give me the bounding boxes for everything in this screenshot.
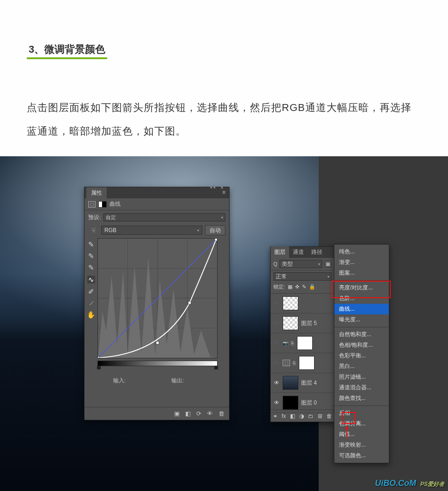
layer-name: 图层 0	[301, 399, 317, 407]
visibility-eye-icon[interactable]: 👁	[207, 410, 213, 417]
menu-item[interactable]: 渐变映射...	[334, 440, 389, 450]
layer-row[interactable]: 👁 图层 5	[271, 313, 334, 333]
menu-item[interactable]: 通道混合器...	[334, 382, 389, 393]
chevron-down-icon: ▾	[327, 275, 329, 279]
layer-row[interactable]: 👁	[271, 294, 334, 313]
trash-icon[interactable]: 🗑	[218, 410, 224, 417]
curves-graph[interactable]	[97, 238, 218, 358]
preset-value: 自定	[106, 214, 116, 221]
link-icon: ⎘	[291, 340, 294, 346]
curve-point-tool-icon[interactable]: ∿	[87, 276, 95, 283]
tab-properties[interactable]: 属性	[86, 187, 107, 199]
preset-label: 预设:	[88, 214, 101, 221]
menu-item[interactable]: 反相	[334, 408, 389, 418]
menu-item[interactable]: 色相/饱和度...	[334, 340, 389, 350]
lock-brush-icon[interactable]: ✎	[302, 284, 306, 290]
tutorial-screenshot: ◂◂ × 属性 ≡ ⬚ 曲线 预设: 自定 ▾ ☟ RGB ▾ 自动	[0, 156, 448, 491]
layer-row[interactable]: 👁 ⬚ ⎘	[271, 353, 334, 373]
new-group-icon[interactable]: 🗀	[308, 413, 314, 419]
white-point-slider[interactable]	[214, 366, 218, 369]
output-label: 输出:	[171, 377, 184, 384]
new-adjustment-layer-icon[interactable]: ◑	[299, 413, 304, 419]
layer-filter-select[interactable]: 类型 ▾	[279, 260, 322, 268]
menu-item[interactable]: 色阶...	[334, 293, 389, 304]
clip-to-layer-icon[interactable]: ▣	[174, 410, 180, 417]
visibility-eye-icon[interactable]: 👁	[273, 399, 280, 406]
layer-thumb	[283, 296, 298, 310]
tab-channels[interactable]: 通道	[289, 246, 308, 258]
add-mask-icon[interactable]: ◧	[290, 413, 295, 419]
channel-select[interactable]: RGB ▾	[101, 226, 202, 235]
menu-item[interactable]: 渐变...	[334, 257, 389, 268]
mask-thumb	[297, 336, 313, 350]
menu-item[interactable]: 可选颜色...	[334, 450, 389, 461]
watermark-main: UiBO.CoM	[375, 479, 416, 488]
menu-item-curves[interactable]: 曲线...	[334, 304, 389, 314]
channel-value: RGB	[104, 227, 116, 233]
auto-button[interactable]: 自动	[205, 225, 225, 235]
panel-menu-icon[interactable]: ≡	[222, 189, 225, 196]
visibility-eye-icon[interactable]: 👁	[273, 340, 280, 346]
layer-thumb	[283, 396, 298, 410]
menu-item[interactable]: 颜色查找...	[334, 393, 389, 404]
reset-icon[interactable]: ⟳	[196, 410, 201, 417]
menu-item[interactable]: 阈值...	[334, 429, 389, 440]
menu-item[interactable]: 照片滤镜...	[334, 372, 389, 382]
tab-paths[interactable]: 路径	[308, 246, 326, 258]
filter-pixel-icon[interactable]: ▩	[324, 260, 332, 268]
watermark: UiBO.CoM PS爱好者	[375, 479, 444, 488]
visibility-eye-icon[interactable]: 👁	[273, 380, 280, 386]
tab-layers[interactable]: 图层	[271, 246, 289, 258]
chevron-down-icon: ▾	[221, 215, 223, 220]
menu-item[interactable]: 曝光度...	[334, 314, 389, 325]
annotation-arrow	[346, 425, 347, 438]
lock-position-icon[interactable]: ✜	[295, 284, 299, 290]
filter-type-label: 类型	[282, 260, 293, 268]
targeted-adjust-icon[interactable]: ☟	[88, 226, 98, 235]
preset-select[interactable]: 自定 ▾	[103, 213, 225, 221]
layer-row[interactable]: 👁 📷 ⎘	[271, 333, 334, 353]
blend-mode-select[interactable]: 正常 ▾	[273, 272, 332, 281]
layers-panel: 图层 通道 路径 Q 类型 ▾ ▩ 正常 ▾ 锁定: ▦ ✜ ✎ 🔒	[270, 246, 335, 422]
visibility-eye-icon[interactable]: 👁	[273, 360, 280, 366]
adjustment-name: 曲线	[109, 200, 121, 208]
pencil-tool-icon[interactable]: ✐	[88, 288, 94, 295]
panel-grip-icon[interactable]: ◂◂	[210, 184, 216, 190]
menu-item[interactable]: 黑白...	[334, 361, 389, 372]
visibility-eye-icon[interactable]: 👁	[273, 320, 280, 326]
toggle-visibility-icon[interactable]: ◧	[185, 410, 191, 417]
black-point-slider[interactable]	[97, 366, 101, 369]
smartobj-icon: 📷	[283, 341, 288, 346]
input-gradient-strip[interactable]	[97, 361, 218, 366]
fx-icon[interactable]: fx	[282, 413, 286, 419]
menu-item[interactable]: 图案...	[334, 268, 389, 278]
new-layer-icon[interactable]: ⊞	[318, 413, 322, 419]
levels-adj-icon: ⬚	[283, 360, 290, 366]
menu-item[interactable]: 色调分离...	[334, 418, 389, 429]
lock-all-icon[interactable]: 🔒	[309, 284, 315, 290]
smooth-tool-icon[interactable]: ⟋	[88, 300, 95, 307]
lock-pixels-icon[interactable]: ▦	[288, 284, 292, 290]
svg-rect-8	[97, 356, 99, 358]
mask-thumb-icon[interactable]	[98, 201, 107, 208]
menu-item[interactable]: 纯色...	[334, 246, 389, 257]
menu-item[interactable]: 自然饱和度...	[334, 329, 389, 340]
visibility-eye-icon[interactable]: 👁	[273, 300, 280, 307]
link-layers-icon[interactable]: ⚭	[273, 413, 278, 419]
trash-icon[interactable]: 🗑	[327, 413, 332, 419]
adjustment-type-row: ⬚ 曲线	[85, 198, 229, 210]
blend-mode-value: 正常	[276, 273, 287, 281]
properties-footer: ▣ ◧ ⟳ 👁 🗑	[85, 407, 229, 420]
watermark-sub: PS爱好者	[420, 481, 444, 487]
menu-item[interactable]: 色彩平衡...	[334, 350, 389, 361]
chevron-down-icon: ▾	[318, 262, 320, 266]
input-output-row: 输入: 输出:	[85, 372, 229, 385]
eyedropper-black-icon[interactable]: ✎	[88, 241, 94, 248]
hand-tool-icon[interactable]: ✋	[87, 311, 96, 318]
layer-row[interactable]: 👁 图层 4	[271, 373, 334, 393]
menu-item[interactable]: 亮度/对比度...	[334, 282, 389, 293]
eyedropper-gray-icon[interactable]: ✎	[88, 252, 94, 259]
layers-footer: ⚭ fx ◧ ◑ 🗀 ⊞ 🗑	[271, 410, 334, 422]
eyedropper-white-icon[interactable]: ✎	[88, 264, 94, 271]
layer-name: 图层 4	[301, 379, 317, 387]
